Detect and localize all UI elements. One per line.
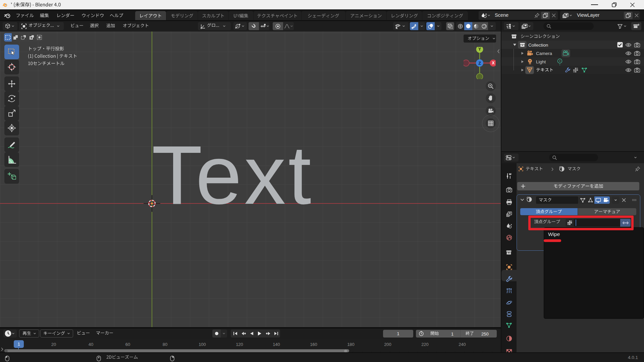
- svg-text:Z: Z: [478, 61, 481, 66]
- svg-text:Y: Y: [478, 47, 481, 52]
- svg-text:X: X: [492, 61, 494, 65]
